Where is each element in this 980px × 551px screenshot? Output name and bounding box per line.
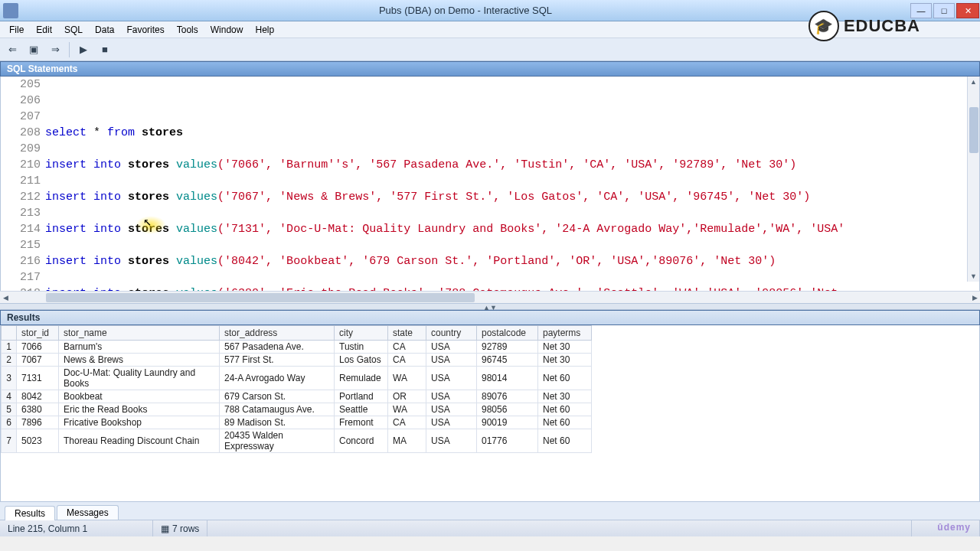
menu-window[interactable]: Window: [204, 23, 250, 37]
table-row[interactable]: 37131Doc-U-Mat: Quality Laundry and Book…: [2, 367, 592, 390]
stop-button[interactable]: ■: [96, 41, 114, 59]
tab-results[interactable]: Results: [5, 506, 55, 520]
close-button[interactable]: ✕: [956, 3, 979, 18]
scroll-up-icon[interactable]: ▲: [968, 77, 979, 87]
status-cursor-position: Line 215, Column 1: [0, 520, 153, 536]
results-grid[interactable]: stor_id stor_name stor_address city stat…: [0, 325, 980, 501]
menu-help[interactable]: Help: [249, 23, 280, 37]
menubar: File Edit SQL Data Favorites Tools Windo…: [0, 21, 980, 38]
menu-edit[interactable]: Edit: [30, 23, 58, 37]
hscroll-thumb[interactable]: [46, 293, 475, 302]
scroll-down-icon[interactable]: ▼: [968, 271, 979, 282]
editor-vertical-scrollbar[interactable]: ▲ ▼: [967, 77, 979, 282]
code-area[interactable]: select * from stores insert into stores …: [45, 77, 979, 291]
sql-editor[interactable]: 205206207 208209210 211212213 214215216 …: [0, 77, 980, 291]
forward-button[interactable]: ⇒: [46, 41, 64, 59]
menu-file[interactable]: File: [3, 23, 30, 37]
menu-tools[interactable]: Tools: [171, 23, 204, 37]
save-button[interactable]: ▣: [24, 41, 43, 59]
back-button[interactable]: ⇐: [3, 41, 21, 59]
menu-favorites[interactable]: Favorites: [120, 23, 170, 37]
table-row[interactable]: 17066Barnum's567 Pasadena Ave.TustinCAUS…: [2, 341, 592, 354]
tab-messages[interactable]: Messages: [57, 505, 119, 520]
menu-sql[interactable]: SQL: [58, 23, 89, 37]
pane-splitter[interactable]: ▲▼: [0, 303, 980, 310]
minimize-button[interactable]: —: [910, 3, 932, 18]
results-tabs: Results Messages: [0, 501, 980, 520]
table-row[interactable]: 48042Bookbeat679 Carson St.PortlandORUSA…: [2, 390, 592, 403]
menu-data[interactable]: Data: [89, 23, 120, 37]
grid-icon: ▦: [161, 523, 169, 534]
window-title: Pubs (DBA) on Demo - Interactive SQL: [21, 5, 910, 16]
toolbar-separator: [69, 42, 70, 57]
status-row-count: ▦ 7 rows: [153, 520, 207, 536]
results-header-row: stor_id stor_name stor_address city stat…: [2, 326, 592, 341]
maximize-button[interactable]: □: [933, 3, 955, 18]
results-pane-title: Results: [0, 310, 980, 325]
run-button[interactable]: ▶: [74, 41, 93, 59]
titlebar: Pubs (DBA) on Demo - Interactive SQL — □…: [0, 0, 980, 21]
scroll-left-icon[interactable]: ◀: [0, 292, 11, 304]
table-row[interactable]: 67896Fricative Bookshop89 Madison St.Fre…: [2, 416, 592, 429]
table-row[interactable]: 75023Thoreau Reading Discount Chain20435…: [2, 429, 592, 453]
editor-pane-title: SQL Statements: [0, 61, 980, 77]
statusbar: Line 215, Column 1 ▦ 7 rows: [0, 520, 980, 536]
editor-horizontal-scrollbar[interactable]: ◀ ▶: [0, 291, 980, 303]
toolbar: ⇐ ▣ ⇒ ▶ ■: [0, 38, 980, 61]
table-row[interactable]: 27067News & Brews577 First St.Los GatosC…: [2, 354, 592, 367]
line-number-gutter: 205206207 208209210 211212213 214215216 …: [1, 77, 45, 291]
scroll-right-icon[interactable]: ▶: [969, 292, 980, 304]
udemy-watermark: ûdemy: [937, 522, 971, 533]
app-icon: [3, 3, 18, 18]
table-row[interactable]: 56380Eric the Read Books788 Catamaugus A…: [2, 403, 592, 416]
scroll-thumb[interactable]: [969, 107, 978, 153]
